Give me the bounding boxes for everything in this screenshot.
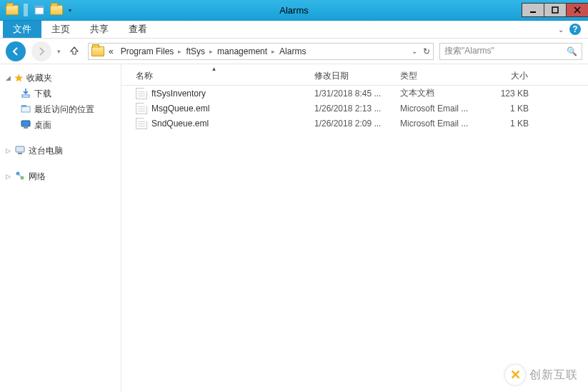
- address-dropdown-caret[interactable]: ⌄: [412, 47, 417, 55]
- svg-rect-3: [552, 7, 558, 13]
- sidebar-item-label: 网络: [29, 171, 46, 183]
- refresh-icon[interactable]: ↻: [423, 46, 430, 56]
- file-name: ftSysInventory: [151, 89, 206, 99]
- tab-home[interactable]: 主页: [41, 21, 80, 38]
- search-icon[interactable]: 🔍: [567, 46, 577, 56]
- search-input[interactable]: 搜索"Alarms" 🔍: [439, 43, 582, 60]
- watermark: ✕ 创新互联: [505, 365, 578, 385]
- watermark-text: 创新互联: [529, 368, 578, 383]
- file-type: 文本文档: [393, 87, 479, 99]
- tab-view[interactable]: 查看: [119, 21, 157, 38]
- tab-share[interactable]: 共享: [80, 21, 119, 38]
- explorer-icon: [4, 2, 20, 18]
- svg-rect-7: [21, 106, 30, 112]
- download-icon: [20, 87, 31, 101]
- sidebar-item-label: 最近访问的位置: [34, 104, 94, 116]
- file-rows: ftSysInventory 1/31/2018 8:45 ... 文本文档 1…: [121, 86, 588, 131]
- col-header-name[interactable]: 名称 ▲: [121, 67, 307, 85]
- sidebar-item-desktop[interactable]: 桌面: [0, 117, 121, 133]
- minimize-button[interactable]: [522, 3, 544, 17]
- col-header-type[interactable]: 类型: [393, 67, 479, 85]
- recent-places-icon: [20, 103, 31, 116]
- close-button[interactable]: [566, 3, 588, 17]
- tree-caret-icon[interactable]: ◢: [4, 74, 11, 81]
- file-name: MsgQueue.eml: [151, 104, 209, 114]
- svg-rect-11: [16, 146, 24, 152]
- address-bar[interactable]: « Program Files ▸ ftSys ▸ management ▸ A…: [88, 43, 434, 60]
- file-date: 1/26/2018 2:09 ...: [307, 119, 393, 129]
- svg-line-15: [19, 174, 21, 177]
- sort-ascending-icon: ▲: [211, 66, 217, 72]
- favorites-star-icon: ★: [14, 72, 24, 84]
- col-header-label: 名称: [136, 70, 153, 82]
- desktop-icon: [20, 119, 31, 132]
- explorer-body: ◢ ★ 收藏夹 下载 最近访问的位置 桌面 ▷ 这台电脑: [0, 64, 588, 392]
- column-headers: 名称 ▲ 修改日期 类型 大小: [121, 67, 588, 86]
- crumb-management[interactable]: management: [214, 46, 270, 56]
- history-caret[interactable]: ▾: [57, 48, 61, 55]
- file-list-pane: 名称 ▲ 修改日期 类型 大小 ftSysInventory 1/31/2018…: [121, 64, 588, 392]
- sidebar-item-downloads[interactable]: 下载: [0, 86, 121, 101]
- address-folder-icon: [91, 45, 104, 58]
- forward-button: [31, 41, 51, 61]
- file-type: Microsoft Email ...: [393, 119, 479, 129]
- file-size: 1 KB: [479, 119, 536, 129]
- svg-rect-10: [24, 127, 28, 129]
- quick-access-toolbar: ▾: [0, 0, 74, 20]
- email-file-icon: [136, 118, 147, 129]
- table-row[interactable]: SndQueue.eml 1/26/2018 2:09 ... Microsof…: [121, 116, 588, 131]
- svg-rect-9: [21, 121, 30, 126]
- file-date: 1/26/2018 2:13 ...: [307, 104, 393, 114]
- crumb-program-files[interactable]: Program Files: [118, 46, 177, 56]
- sidebar-item-recent[interactable]: 最近访问的位置: [0, 101, 121, 117]
- qat-separator: [24, 4, 28, 16]
- file-type: Microsoft Email ...: [393, 104, 479, 114]
- col-header-date[interactable]: 修改日期: [307, 67, 393, 85]
- tree-caret-icon[interactable]: ▷: [4, 147, 11, 154]
- navigation-pane: ◢ ★ 收藏夹 下载 最近访问的位置 桌面 ▷ 这台电脑: [0, 64, 121, 392]
- svg-rect-8: [21, 105, 26, 107]
- sidebar-this-pc[interactable]: ▷ 这台电脑: [0, 143, 121, 159]
- qat-properties-icon[interactable]: [31, 2, 47, 18]
- col-header-size[interactable]: 大小: [479, 67, 536, 85]
- file-size: 1 KB: [479, 104, 536, 114]
- ribbon-expand-caret[interactable]: ⌄: [558, 26, 564, 34]
- navigation-bar: ▾ « Program Files ▸ ftSys ▸ management ▸…: [0, 39, 588, 64]
- back-button[interactable]: [6, 41, 26, 61]
- sidebar-item-label: 下载: [34, 88, 51, 100]
- tab-file[interactable]: 文件: [3, 21, 41, 38]
- help-icon[interactable]: ?: [569, 24, 581, 35]
- crumb-sep: ▸: [178, 48, 181, 55]
- svg-rect-1: [35, 6, 44, 8]
- file-date: 1/31/2018 8:45 ...: [307, 89, 393, 99]
- up-button[interactable]: [66, 45, 82, 57]
- watermark-logo-icon: ✕: [505, 365, 525, 385]
- sidebar-network[interactable]: ▷ 网络: [0, 169, 121, 184]
- network-icon: [14, 170, 26, 184]
- table-row[interactable]: MsgQueue.eml 1/26/2018 2:13 ... Microsof…: [121, 101, 588, 116]
- crumb-alarms[interactable]: Alarms: [276, 46, 309, 56]
- ribbon-tabs: 文件 主页 共享 查看 ⌄ ?: [0, 21, 588, 39]
- file-name: SndQueue.eml: [151, 119, 209, 129]
- text-file-icon: [136, 88, 147, 99]
- maximize-button[interactable]: [544, 3, 567, 17]
- computer-icon: [14, 144, 26, 158]
- sidebar-item-label: 桌面: [34, 119, 51, 131]
- crumb-sep: ▸: [209, 48, 213, 55]
- sidebar-item-label: 这台电脑: [29, 145, 63, 157]
- tree-caret-icon[interactable]: ▷: [4, 173, 11, 180]
- crumb-sep: ▸: [271, 48, 275, 55]
- search-placeholder: 搜索"Alarms": [444, 45, 494, 57]
- qat-newfolder-icon[interactable]: [49, 2, 64, 18]
- sidebar-item-label: 收藏夹: [26, 72, 52, 84]
- window-title: Alarms: [279, 5, 308, 16]
- window-controls: [522, 3, 588, 17]
- email-file-icon: [136, 103, 147, 114]
- sidebar-favorites[interactable]: ◢ ★ 收藏夹: [0, 70, 121, 86]
- svg-rect-12: [18, 153, 22, 154]
- table-row[interactable]: ftSysInventory 1/31/2018 8:45 ... 文本文档 1…: [121, 86, 588, 101]
- qat-customize-caret[interactable]: ▾: [66, 7, 74, 14]
- crumb-ftsys[interactable]: ftSys: [183, 46, 208, 56]
- title-bar: ▾ Alarms: [0, 0, 588, 21]
- file-size: 123 KB: [479, 89, 536, 99]
